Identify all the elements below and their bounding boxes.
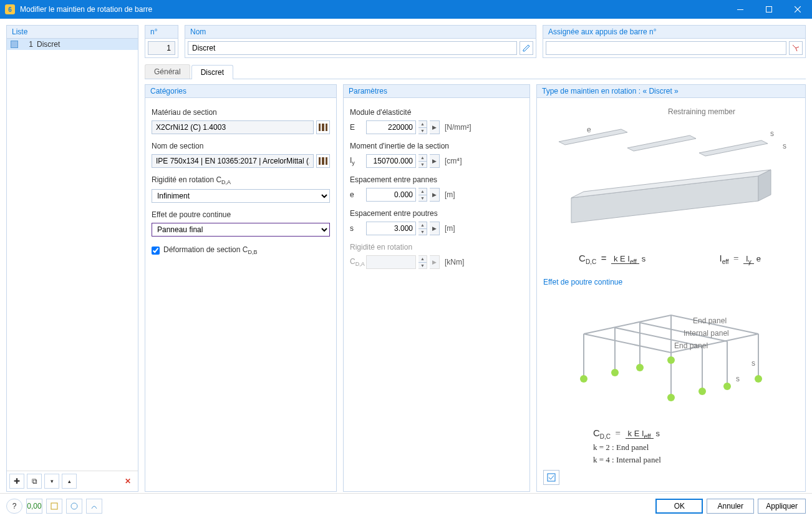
end-panel-label-2: End panel bbox=[674, 341, 708, 350]
help-button[interactable]: ? bbox=[6, 499, 22, 514]
inertia-unit: [cm⁴] bbox=[445, 157, 462, 165]
number-box: n° bbox=[145, 25, 178, 58]
s-label-3: s bbox=[752, 359, 755, 368]
rot-rigidity-field bbox=[366, 255, 416, 269]
formula-cdc-2: CD,C = k E Ieffs bbox=[593, 428, 662, 440]
formula-ieff: Ieff = Iye bbox=[719, 253, 763, 265]
assigned-label: Assignée aux appuis de barre n° bbox=[543, 26, 805, 39]
svg-marker-7 bbox=[559, 129, 627, 145]
categories-panel: Catégories Matériau de section Nom de se… bbox=[145, 84, 337, 492]
svg-point-26 bbox=[723, 383, 731, 390]
svg-point-30 bbox=[71, 503, 77, 509]
beam-effect-select[interactable]: Panneau final bbox=[152, 223, 330, 237]
svg-point-24 bbox=[667, 394, 675, 401]
svg-point-25 bbox=[698, 388, 706, 395]
diagram-title-2: Effet de poutre continue bbox=[543, 278, 799, 286]
number-field[interactable] bbox=[148, 41, 175, 55]
units-button[interactable]: 0,00 bbox=[26, 499, 42, 514]
svg-point-27 bbox=[755, 375, 762, 383]
number-label: n° bbox=[145, 26, 178, 39]
name-field[interactable] bbox=[188, 41, 517, 55]
new-item-button[interactable]: ✚ bbox=[9, 474, 24, 489]
ok-button[interactable]: OK bbox=[655, 499, 703, 514]
svg-point-20 bbox=[580, 375, 587, 383]
delete-item-button[interactable]: ✕ bbox=[120, 474, 135, 489]
section-field[interactable] bbox=[152, 154, 314, 168]
spacing-beams-menu-button[interactable]: ▶ bbox=[430, 222, 440, 235]
inertia-symbol: Iy bbox=[350, 156, 364, 166]
rot-rigidity-menu-button: ▶ bbox=[430, 255, 440, 269]
deformation-checkbox[interactable] bbox=[152, 247, 160, 255]
modulus-field[interactable] bbox=[366, 120, 416, 134]
svg-rect-0 bbox=[737, 9, 743, 10]
beam-effect-label: Effet de poutre continue bbox=[152, 210, 330, 219]
title-bar: 6 Modifier le maintien de rotation de ba… bbox=[0, 0, 812, 19]
spacing-purlins-field[interactable] bbox=[366, 188, 416, 202]
parameters-panel: Paramètres Module d'élasticité E ▲▼ ▶ [N… bbox=[343, 84, 530, 492]
spacing-beams-symbol: s bbox=[350, 224, 364, 233]
material-field[interactable] bbox=[152, 120, 314, 134]
apply-button[interactable]: Appliquer bbox=[758, 499, 806, 514]
tool-button-1[interactable] bbox=[46, 499, 62, 514]
name-box: Nom bbox=[185, 25, 536, 58]
inertia-spinner[interactable]: ▲▼ bbox=[418, 154, 427, 168]
modulus-unit: [N/mm²] bbox=[445, 123, 471, 132]
svg-point-22 bbox=[636, 364, 644, 371]
internal-panel-label: Internal panel bbox=[684, 329, 729, 338]
list-item-color-icon bbox=[11, 41, 18, 48]
rot-rigidity-label: Rigidité en rotation bbox=[350, 243, 523, 252]
spacing-beams-unit: [m] bbox=[445, 224, 455, 233]
diagram-settings-button[interactable] bbox=[543, 470, 559, 485]
spacing-purlins-menu-button[interactable]: ▶ bbox=[430, 188, 440, 202]
close-button[interactable] bbox=[783, 0, 812, 19]
minimize-button[interactable] bbox=[726, 0, 755, 19]
material-library-button[interactable] bbox=[316, 120, 330, 134]
spacing-beams-spinner[interactable]: ▲▼ bbox=[418, 222, 427, 235]
deformation-label: Déformation de section CD,B bbox=[163, 245, 257, 255]
svg-rect-29 bbox=[51, 503, 57, 509]
deformation-checkbox-row[interactable]: Déformation de section CD,B bbox=[152, 245, 330, 255]
spacing-purlins-spinner[interactable]: ▲▼ bbox=[418, 188, 427, 202]
edit-name-button[interactable] bbox=[520, 41, 533, 55]
spacing-beams-field[interactable] bbox=[366, 222, 416, 235]
rigidity-select[interactable]: Infiniment bbox=[152, 189, 330, 203]
modulus-label: Module d'élasticité bbox=[350, 108, 523, 117]
section-library-button[interactable] bbox=[316, 154, 330, 168]
list-item-name: Discret bbox=[37, 40, 60, 49]
app-icon: 6 bbox=[5, 4, 15, 14]
parameters-title: Paramètres bbox=[344, 85, 529, 98]
modulus-spinner[interactable]: ▲▼ bbox=[418, 120, 427, 134]
formula-cdc: CD,C = k E Ieffs bbox=[579, 253, 648, 265]
section-label: Nom de section bbox=[152, 142, 330, 150]
sort-asc-button[interactable]: ▾ bbox=[44, 474, 59, 489]
inertia-menu-button[interactable]: ▶ bbox=[430, 154, 440, 168]
sort-desc-button[interactable]: ▴ bbox=[62, 474, 77, 489]
inertia-field[interactable] bbox=[366, 154, 416, 168]
end-panel-label-1: End panel bbox=[693, 316, 727, 325]
select-members-button[interactable] bbox=[789, 41, 803, 55]
tool-button-2[interactable] bbox=[66, 499, 82, 514]
cancel-button[interactable]: Annuler bbox=[707, 499, 754, 514]
categories-title: Catégories bbox=[145, 85, 336, 98]
material-label: Matériau de section bbox=[152, 108, 330, 117]
list-item-number: 1 bbox=[22, 40, 33, 49]
tab-discret[interactable]: Discret bbox=[191, 65, 233, 79]
rot-rigidity-unit: [kNm] bbox=[445, 258, 464, 266]
maximize-button[interactable] bbox=[755, 0, 783, 19]
assigned-box: Assignée aux appuis de barre n° bbox=[543, 25, 806, 58]
list-item[interactable]: 1 Discret bbox=[7, 39, 138, 50]
diagram-beam-effect: End panel Internal panel End panel s s C… bbox=[543, 290, 799, 465]
spacing-purlins-symbol: e bbox=[350, 190, 364, 199]
list-toolbar: ✚ ⧉ ▾ ▴ ✕ bbox=[7, 471, 138, 491]
s-label-1: s bbox=[770, 129, 774, 138]
list-panel: Liste 1 Discret ✚ ⧉ ▾ ▴ ✕ bbox=[6, 25, 138, 492]
copy-item-button[interactable]: ⧉ bbox=[27, 474, 42, 489]
tab-strip: Général Discret bbox=[145, 63, 806, 79]
tool-button-3[interactable] bbox=[86, 499, 102, 514]
assigned-field[interactable] bbox=[546, 41, 786, 55]
tab-general[interactable]: Général bbox=[145, 64, 190, 79]
svg-marker-8 bbox=[627, 135, 696, 151]
list-body[interactable]: 1 Discret bbox=[7, 39, 138, 471]
modulus-menu-button[interactable]: ▶ bbox=[430, 120, 440, 134]
spacing-purlins-unit: [m] bbox=[445, 190, 455, 199]
